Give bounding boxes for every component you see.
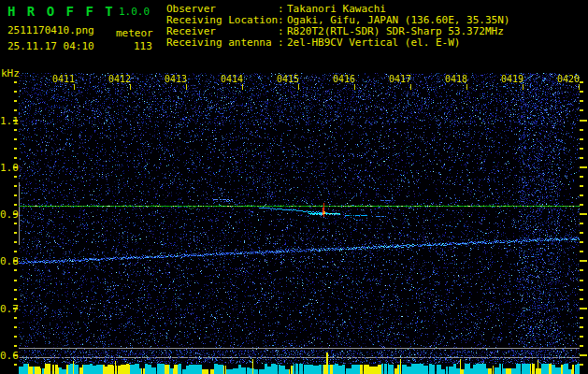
freq-major-tick	[13, 166, 18, 168]
freq-minor-tick	[580, 176, 583, 178]
freq-minor-tick	[14, 185, 17, 187]
freq-minor-tick	[580, 317, 583, 319]
freq-major-tick	[580, 260, 587, 262]
app-version: 1.0.0	[119, 6, 150, 18]
freq-minor-tick	[14, 317, 17, 319]
time-label: 0415	[277, 74, 299, 84]
freq-major-tick	[13, 308, 18, 309]
freq-minor-tick	[580, 109, 583, 111]
freq-minor-tick	[580, 345, 583, 347]
time-label: 0419	[501, 74, 523, 84]
freq-minor-tick	[580, 364, 583, 366]
freq-minor-tick	[580, 336, 583, 338]
time-label: 0420	[557, 74, 580, 84]
freq-minor-tick	[580, 157, 583, 159]
freq-minor-tick	[580, 298, 583, 300]
spectrogram-canvas	[19, 73, 580, 374]
freq-minor-tick	[14, 148, 17, 150]
freq-minor-tick	[580, 289, 583, 291]
freq-minor-tick	[580, 91, 583, 93]
echo-count: 113	[134, 40, 152, 52]
freq-minor-tick	[14, 269, 17, 271]
freq-major-tick	[580, 308, 587, 309]
freq-minor-tick	[14, 289, 17, 291]
freq-major-tick	[13, 120, 18, 122]
freq-minor-tick	[580, 129, 583, 131]
freq-minor-tick	[14, 336, 17, 338]
freq-minor-tick	[14, 157, 17, 159]
time-label: 0411	[52, 74, 75, 84]
info-row: Receiving antenna:2el-HB9CV Vertical (el…	[166, 37, 509, 49]
freq-minor-tick	[580, 100, 583, 102]
info-label: Receiving antenna	[166, 37, 278, 49]
freq-tick-label: 0.7	[0, 303, 12, 315]
freq-minor-tick	[14, 280, 17, 281]
time-label: 0416	[333, 74, 355, 84]
freq-minor-tick	[14, 223, 17, 224]
app-title: H R O F F T	[7, 4, 115, 19]
freq-tick-label: 0.6	[0, 350, 12, 362]
freq-minor-tick	[14, 232, 17, 234]
freq-minor-tick	[580, 326, 583, 328]
freq-minor-tick	[14, 81, 17, 83]
freq-minor-tick	[14, 241, 17, 243]
freq-minor-tick	[14, 194, 17, 196]
freq-major-tick	[13, 354, 18, 356]
freq-major-tick	[580, 354, 587, 356]
freq-minor-tick	[14, 364, 17, 366]
time-label: 0412	[108, 74, 131, 84]
freq-major-tick	[13, 213, 18, 215]
freq-minor-tick	[580, 223, 583, 224]
freq-minor-tick	[14, 326, 17, 328]
station-info-block: Observer:Takanori KawachiReceiving Locat…	[166, 4, 509, 49]
freq-minor-tick	[580, 148, 583, 150]
freq-unit-label: kHz	[1, 67, 20, 79]
time-label: 0418	[445, 74, 467, 84]
freq-minor-tick	[14, 100, 17, 102]
output-filename: 2511170410.png	[7, 24, 94, 36]
freq-minor-tick	[580, 204, 583, 206]
freq-minor-tick	[580, 194, 583, 196]
freq-tick-label: 1.0	[0, 162, 12, 174]
freq-minor-tick	[14, 109, 17, 111]
freq-tick-label: 0.9	[0, 209, 12, 221]
time-label: 0414	[221, 74, 243, 84]
freq-minor-tick	[580, 280, 583, 281]
time-label: 0417	[389, 74, 411, 84]
freq-minor-tick	[14, 176, 17, 178]
freq-minor-tick	[14, 345, 17, 347]
freq-minor-tick	[14, 251, 17, 252]
freq-major-tick	[13, 260, 18, 262]
freq-major-tick	[580, 213, 587, 215]
freq-tick-label: 0.8	[0, 255, 12, 267]
freq-minor-tick	[580, 251, 583, 252]
time-label: 0413	[165, 74, 187, 84]
freq-minor-tick	[14, 138, 17, 140]
freq-minor-tick	[580, 185, 583, 187]
datetime-label: 25.11.17 04:10	[7, 40, 94, 52]
info-value: 2el-HB9CV Vertical (el. E-W)	[287, 37, 460, 49]
freq-minor-tick	[580, 241, 583, 243]
freq-major-tick	[580, 120, 587, 122]
freq-major-tick	[580, 166, 587, 168]
freq-minor-tick	[580, 138, 583, 140]
freq-minor-tick	[14, 204, 17, 206]
freq-minor-tick	[580, 81, 583, 83]
info-colon: :	[278, 37, 287, 49]
freq-minor-tick	[14, 129, 17, 131]
mode-label: meteor	[116, 27, 153, 39]
freq-minor-tick	[14, 91, 17, 93]
freq-minor-tick	[14, 298, 17, 300]
freq-minor-tick	[580, 269, 583, 271]
freq-tick-label: 1.1	[0, 115, 12, 127]
freq-minor-tick	[580, 232, 583, 234]
